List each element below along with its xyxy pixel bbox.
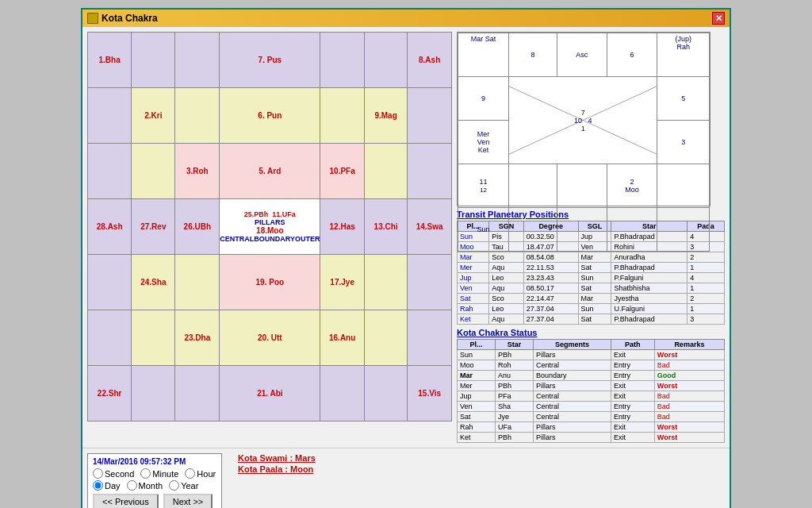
cell-7pus: 7. Pus [220,33,320,88]
cell-empty-r5c1 [88,255,132,310]
prev-button[interactable]: << Previous [93,494,159,508]
cell-16anu: 16.Anu [320,310,364,366]
status-col-path: Path [611,340,654,350]
birth-chart-table: Mar Sat 8 Asc 6 (Jup)Rah 9 [458,33,710,252]
radio-minute-input[interactable] [140,468,151,479]
transit-row: MarSco08.54.08MarAnuradha2 [458,252,725,263]
paala-link[interactable]: Kota Paala : Moon [238,464,316,474]
cell-10pfa: 10.PFa [320,144,364,199]
cell-23dha: 23.Dha [175,310,220,366]
radio-month-input[interactable] [127,480,137,491]
cell-empty-r7c5 [320,366,364,421]
title-bar: Kota Chakra ✕ [82,10,730,27]
radio-hour[interactable]: Hour [185,468,216,479]
birth-chart: Mar Sat 8 Asc 6 (Jup)Rah 9 [457,32,710,206]
cell-20utt: 20. Utt [220,310,320,366]
bc-top-4: 6 [607,33,657,77]
bc-mid-left-2: MerVenKet [458,121,509,164]
radio-year-input[interactable] [169,480,179,491]
cell-empty-r5c6 [364,255,407,310]
status-row: SunPBhPillarsExitWorst [458,350,725,360]
cell-empty-r3c1 [88,144,132,199]
cell-empty-r1c5 [320,33,364,88]
status-row: MarAnuBoundaryEntryGood [458,371,725,381]
cell-empty-r2c1 [88,88,132,144]
cell-27rev: 27.Rev [132,199,175,255]
central-label: CENTRAL [220,235,254,243]
swami-box: Kota Swami : Mars Kota Paala : Moon [238,453,316,474]
status-col-pl: Pl... [458,340,496,350]
cell-empty-r7c3 [175,366,220,421]
cell-empty-r6c1 [88,310,132,366]
bc-bottom-r [657,208,710,252]
radio-year[interactable]: Year [169,480,198,491]
radio-second[interactable]: Second [93,468,134,479]
radio-minute[interactable]: Minute [140,468,178,479]
window-title: Kota Chakra [102,13,158,24]
bc-top-left: Mar Sat [458,33,509,77]
cell-21abi: 21. Abi [220,366,320,421]
bc-mid-right-5: 5 [657,77,710,121]
bc-center: 7 10 4 1 [509,77,657,164]
cell-2kri: 2.Kri [132,88,175,144]
cell-1bha: 1.Bha [88,33,132,88]
radio-row-2: Day Month Year [93,480,216,491]
cell-empty-r2c5 [320,88,364,144]
title-bar-left: Kota Chakra [87,13,158,24]
bc-bot-3 [557,164,607,208]
status-col-remarks: Remarks [654,340,724,350]
cell-empty-r7c2 [132,366,175,421]
cell-19poo: 19. Poo [220,255,320,310]
bc-top-right: (Jup)Rah [657,33,710,77]
status-row: JupPFaCentralExitBad [458,391,725,402]
radio-hour-input[interactable] [185,468,195,479]
bc-bot-2 [509,164,557,208]
app-icon [87,13,98,24]
outer-label: OUTER [295,235,320,243]
cell-17jye: 17.Jye [320,255,364,310]
cell-empty-r2c7 [408,88,452,144]
cell-24sha: 24.Sha [132,255,175,310]
pillars-label: PILLARS [220,218,320,226]
radio-month[interactable]: Month [127,480,163,491]
cell-empty-r6c7 [408,310,452,366]
cell-12has: 12.Has [320,199,364,255]
cell-empty-r5c3 [175,255,220,310]
cell-3roh: 3.Roh [175,144,220,199]
status-row: VenShaCentralEntryBad [458,402,725,412]
bc-bottom-l2 [509,208,557,252]
swami-link[interactable]: Kota Swami : Mars [238,453,316,463]
status-row: KetPBhPillarsExitWorst [458,433,725,443]
cell-28ash: 28.Ash [88,199,132,255]
window-close-button[interactable]: ✕ [712,12,725,25]
bc-top-3: Asc [557,33,607,77]
datetime-display: 14/Mar/2016 09:57:32 PM [93,457,216,466]
cell-15vis: 15.Vis [408,366,452,421]
status-col-segments: Segments [534,340,611,350]
cell-center: 25.PBh 11.UFa PILLARS 18.Moo CENTRAL BOU… [220,199,320,255]
bc-bot-left: 1112 [458,164,509,208]
bc-bottom-l1: Sun [458,208,509,252]
bc-mid-left: 9 [458,77,509,121]
status-row: MerPBhPillarsExitWorst [458,381,725,391]
status-row: MooRohCentralEntryBad [458,360,725,371]
cell-6pun: 6. Pun [220,88,320,144]
status-row: SatJyeCentralEntryBad [458,412,725,422]
radio-second-input[interactable] [93,468,103,479]
cell-empty-r3c7 [408,144,452,199]
nav-buttons: << Previous Next >> [93,494,216,508]
transit-row: KetAqu27.37.04SatP.Bhadrapad3 [458,314,725,325]
chakra-container: 1.Bha 7. Pus 8.Ash 2.Kri 6. Pun 9.Mag [87,32,452,443]
radio-day-input[interactable] [93,480,103,491]
radio-row-1: Second Minute Hour [93,468,216,479]
status-row: RahUFaPillarsExitWorst [458,422,725,433]
cell-empty-r7c6 [364,366,407,421]
transit-row: VenAqu08.50.17SatShatbhisha1 [458,283,725,294]
bc-top-2: 8 [509,33,557,77]
cell-empty-r1c6 [364,33,407,88]
radio-day[interactable]: Day [93,480,121,491]
bottom-controls: 14/Mar/2016 09:57:32 PM Second Minute Ho… [82,448,730,508]
next-button[interactable]: Next >> [163,494,213,508]
cell-empty-r1c3 [175,33,220,88]
cell-empty-r2c3 [175,88,220,144]
